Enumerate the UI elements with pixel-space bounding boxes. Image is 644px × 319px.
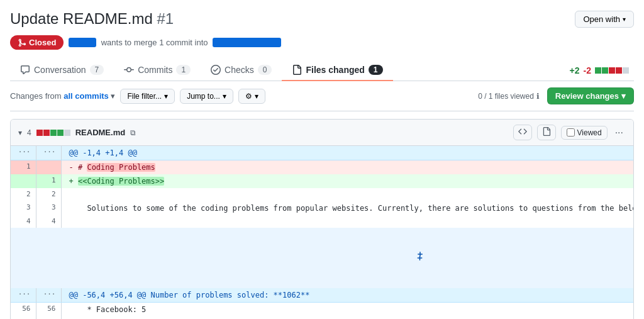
diff-hunk-row: ··· ··· @@ -1,4 +1,4 @@: [11, 146, 634, 160]
diff-line-content: - # Coding Problems: [61, 160, 634, 175]
git-merge-icon: [18, 38, 26, 47]
stat-block-1: [595, 67, 601, 74]
line-num-new: 57: [36, 316, 61, 320]
tab-checks[interactable]: Checks 0: [201, 60, 282, 81]
diff-line-content: [61, 188, 634, 201]
file-header-left: ▾ 4 README.md ⧉: [18, 128, 136, 137]
changes-from-label: Changes from all commits ▾: [10, 91, 115, 101]
closed-badge: Closed: [10, 35, 64, 50]
diff-line-content: Solutions to some of the coding problems…: [61, 201, 634, 215]
code-view-button[interactable]: [513, 125, 532, 140]
all-commits-link[interactable]: all commits: [64, 91, 109, 101]
diff-normal-row: 57 57 * Codeforces: 15: [11, 316, 634, 320]
diff-normal-row: 3 3 Solutions to some of the coding prob…: [11, 201, 634, 215]
line-num-new: 56: [36, 302, 61, 316]
diff-line-content: * Codeforces: 15: [61, 316, 634, 320]
conversation-count: 7: [90, 65, 104, 75]
more-options-button[interactable]: ···: [613, 126, 626, 140]
fsb-1: [36, 130, 43, 136]
stat-block-5: [623, 67, 629, 74]
deletions-count: -2: [584, 65, 591, 76]
pr-title: Update README.md #1: [10, 10, 174, 28]
diff-normal-row: 2 2: [11, 188, 634, 201]
line-num-old: 4: [11, 215, 36, 228]
diff-added-row: 1 + <<Coding Problems>>: [11, 174, 634, 188]
line-num-old: 3: [11, 201, 36, 215]
line-num-new: ···: [36, 288, 61, 303]
tab-commits[interactable]: Commits 1: [114, 60, 201, 81]
diff-table: ··· ··· @@ -1,4 +1,4 @@ 1 - # Coding Pro…: [11, 146, 634, 319]
copy-path-icon[interactable]: ⧉: [130, 128, 136, 137]
file-icon: [292, 65, 302, 75]
diff-line-content: * Facebook: 5: [61, 302, 634, 316]
fsb-2: [43, 130, 50, 136]
line-num-new: ···: [36, 146, 61, 160]
stat-block-2: [602, 67, 608, 74]
line-num-old: 1: [11, 160, 36, 175]
viewed-input[interactable]: [567, 128, 575, 137]
line-num-old: 2: [11, 188, 36, 201]
diff-normal-row: 4 4: [11, 215, 634, 228]
diff-expand-row[interactable]: [11, 228, 634, 288]
expand-button[interactable]: [11, 228, 634, 288]
expand-arrows-icon: [415, 251, 425, 261]
viewed-checkbox[interactable]: Viewed: [561, 126, 608, 140]
stat-blocks: [595, 67, 629, 74]
open-with-button[interactable]: Open with ▾: [575, 11, 634, 28]
diff-line-content: + <<Coding Problems>>: [61, 174, 634, 188]
expand-icon[interactable]: [365, 241, 425, 276]
fsb-5: [64, 130, 70, 136]
file-toggle-button[interactable]: ▾: [18, 128, 22, 137]
gear-icon: ⚙: [245, 92, 252, 101]
checks-count: 0: [258, 65, 272, 75]
pr-status-bar: Closed wants to merge 1 commit into: [10, 35, 634, 50]
tab-conversation[interactable]: Conversation 7: [10, 60, 114, 81]
diff-deleted-row: 1 - # Coding Problems: [11, 160, 634, 175]
added-highlight: <<Coding Problems>>: [78, 177, 164, 186]
author-name: [69, 38, 96, 47]
additions-count: +2: [570, 65, 580, 76]
expand-count: 4: [27, 128, 31, 137]
stat-block-3: [609, 67, 615, 74]
check-icon: [211, 65, 221, 75]
line-num-new: [36, 160, 61, 175]
diff-stats-summary: +2 -2: [565, 60, 634, 81]
line-num-new: 2: [36, 188, 61, 201]
fsb-4: [57, 130, 64, 136]
pr-number: #1: [157, 10, 174, 27]
review-changes-button[interactable]: Review changes ▾: [547, 87, 634, 104]
line-num-old: ···: [11, 288, 36, 303]
info-icon: ℹ: [536, 92, 540, 101]
line-num-old: 56: [11, 302, 36, 316]
pr-tabs: Conversation 7 Commits 1 Checks 0 Files …: [10, 60, 634, 81]
line-num-new: 4: [36, 215, 61, 228]
tab-files-changed[interactable]: Files changed 1: [282, 60, 392, 81]
file-block: ▾ 4 README.md ⧉: [10, 119, 634, 319]
diff-line-content: [61, 215, 634, 228]
file-icon: [542, 127, 551, 136]
deleted-highlight: Coding Problems: [87, 163, 155, 172]
hunk-header-2: @@ -56,4 +56,4 @@ Number of problems sol…: [61, 288, 634, 303]
target-branch: [213, 38, 280, 47]
commits-count: 1: [176, 65, 191, 75]
settings-button[interactable]: ⚙ ▾: [238, 89, 265, 104]
files-changed-count: 1: [369, 65, 383, 75]
files-viewed: 0 / 1 files viewed ℹ: [478, 92, 540, 101]
diff-toolbar-right: 0 / 1 files viewed ℹ Review changes ▾: [478, 87, 634, 104]
line-num-new: 1: [36, 174, 61, 188]
pr-header: Update README.md #1 Open with ▾: [10, 10, 634, 28]
diff-toolbar: Changes from all commits ▾ File filter..…: [10, 81, 634, 111]
line-num-old: ···: [11, 146, 36, 160]
file-filter-button[interactable]: File filter... ▾: [120, 89, 175, 104]
chevron-down-icon: ▾: [623, 16, 626, 23]
hunk-header: @@ -1,4 +1,4 @@: [61, 146, 634, 160]
chat-icon: [20, 65, 30, 75]
raw-view-button[interactable]: [537, 125, 556, 140]
diff-hunk-row-2: ··· ··· @@ -56,4 +56,4 @@ Number of prob…: [11, 288, 634, 303]
file-name: README.md: [75, 128, 125, 137]
jump-to-button[interactable]: Jump to... ▾: [180, 89, 233, 104]
diff-normal-row: 56 56 * Facebook: 5: [11, 302, 634, 316]
chevron-down-icon: ▾: [164, 92, 168, 101]
file-header-right: Viewed ···: [513, 125, 626, 140]
stat-block-4: [616, 67, 622, 74]
